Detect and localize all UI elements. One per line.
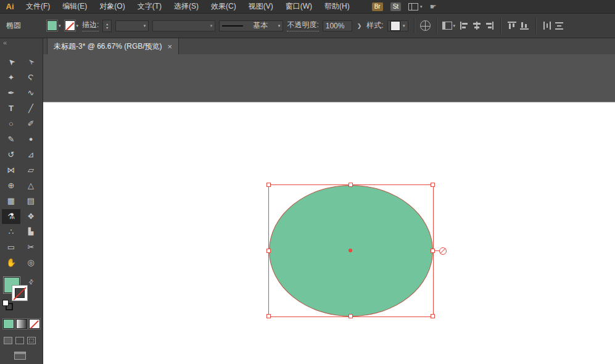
center-point-indicator: [349, 249, 352, 252]
width-icon: ⋈: [7, 166, 15, 174]
symbol-sprayer-tool[interactable]: ∴: [2, 225, 20, 239]
collapse-panel-icon[interactable]: «: [3, 39, 7, 46]
align-top-icon[interactable]: [508, 22, 516, 30]
menu-view[interactable]: 视图(V): [242, 0, 279, 14]
stepper-down-icon[interactable]: ▾: [106, 26, 108, 30]
selection-tool[interactable]: ➤: [2, 55, 20, 70]
shape-builder-tool[interactable]: ⊕: [2, 178, 20, 193]
width-tool[interactable]: ⋈: [2, 163, 20, 178]
align-left-icon[interactable]: [460, 22, 469, 30]
handle-middle-right[interactable]: [431, 249, 435, 253]
ellipse-tool[interactable]: ○: [2, 117, 20, 131]
scale-tool[interactable]: ⊿: [22, 147, 40, 162]
artboard-tool[interactable]: ▭: [2, 240, 20, 255]
illustrator-logo: Ai: [0, 2, 20, 11]
perspective-grid-tool[interactable]: △: [22, 178, 40, 193]
distribute-horizontal-icon[interactable]: [543, 22, 551, 30]
chevron-down-icon: ▾: [420, 4, 423, 9]
lasso-icon: Ϛ: [28, 73, 33, 81]
panel-icon: [442, 22, 452, 30]
menu-type[interactable]: 文字(T): [131, 0, 168, 14]
swap-fill-stroke-icon[interactable]: ⇄: [27, 278, 35, 286]
paintbrush-icon: ✐: [28, 120, 35, 128]
pen-tool[interactable]: ✒: [2, 86, 20, 101]
free-transform-tool[interactable]: ▱: [22, 163, 40, 178]
stroke-weight-dropdown[interactable]: ▾: [115, 20, 149, 31]
slice-tool[interactable]: ✂: [22, 240, 40, 255]
perspective-grid-icon: △: [28, 181, 34, 189]
menu-select[interactable]: 选择(S): [168, 0, 205, 14]
paint-gradient-button[interactable]: [16, 319, 27, 329]
draw-inside-button[interactable]: [27, 337, 36, 344]
hand-tool[interactable]: ✋: [2, 255, 20, 270]
menu-window[interactable]: 窗口(W): [279, 0, 318, 14]
handle-top-left[interactable]: [266, 183, 271, 187]
variable-width-profile-dropdown[interactable]: ▾: [152, 20, 215, 31]
handle-top-middle[interactable]: [349, 183, 353, 187]
default-fill-stroke-button[interactable]: [2, 300, 11, 308]
brush-definition-dropdown[interactable]: 基本 ▾: [219, 20, 283, 31]
opacity-panel-link[interactable]: 不透明度:: [287, 20, 318, 31]
blob-brush-tool[interactable]: ●: [22, 132, 40, 147]
chevron-down-icon: ▾: [144, 23, 146, 28]
free-transform-icon: ▱: [28, 166, 34, 174]
mesh-tool[interactable]: ▦: [2, 194, 20, 209]
graphic-style-dropdown[interactable]: ▾: [387, 20, 408, 31]
divider: [436, 18, 437, 34]
workspace-switcher-button[interactable]: ▾: [408, 3, 423, 10]
ellipse-icon: ○: [9, 120, 14, 128]
direct-selection-tool[interactable]: ➢: [22, 55, 40, 70]
handle-bottom-right[interactable]: [431, 314, 435, 318]
screen-mode-button[interactable]: [14, 352, 26, 360]
align-bottom-icon[interactable]: [520, 22, 529, 30]
magic-wand-tool[interactable]: ✦: [2, 70, 20, 85]
stroke-color-proxy[interactable]: [12, 285, 28, 301]
handle-top-right[interactable]: [431, 183, 435, 187]
stroke-panel-link[interactable]: 描边:: [82, 20, 99, 31]
curvature-tool[interactable]: ∿: [22, 86, 40, 101]
eyedropper-tool[interactable]: ⚗: [2, 209, 20, 224]
handle-bottom-middle[interactable]: [349, 314, 353, 318]
fill-swatch-icon: [47, 20, 57, 31]
zoom-tool[interactable]: ◎: [22, 255, 40, 270]
draw-normal-button[interactable]: [4, 337, 12, 344]
close-icon[interactable]: ×: [168, 43, 173, 51]
rotate-tool[interactable]: ↺: [2, 147, 20, 162]
symbol-sprayer-icon: ∴: [9, 228, 14, 236]
stroke-color-button[interactable]: ▾: [65, 20, 79, 31]
opacity-input[interactable]: 100%: [323, 20, 352, 31]
align-right-icon[interactable]: [485, 22, 493, 30]
document-tab[interactable]: 未标题-3* @ 66.67% (RGB/预览) ×: [47, 38, 179, 54]
hand-icon[interactable]: ☛: [430, 2, 437, 11]
gradient-tool[interactable]: ▤: [22, 194, 40, 209]
recolor-artwork-icon[interactable]: [420, 20, 431, 31]
paint-none-button[interactable]: [29, 319, 40, 329]
align-center-horizontal-icon[interactable]: [473, 22, 481, 30]
reshape-widget-icon[interactable]: [439, 247, 447, 255]
stroke-weight-stepper[interactable]: ▴ ▾: [102, 20, 112, 32]
line-tool[interactable]: ╱: [22, 101, 40, 116]
fill-color-button[interactable]: ▾: [47, 20, 61, 31]
menu-help[interactable]: 帮助(H): [318, 0, 356, 14]
opacity-flyout-arrow[interactable]: ❯: [356, 23, 363, 29]
lasso-tool[interactable]: Ϛ: [22, 70, 40, 85]
menu-effect[interactable]: 效果(C): [205, 0, 242, 14]
pencil-tool[interactable]: ✎: [2, 132, 20, 147]
handle-bottom-left[interactable]: [266, 314, 271, 318]
menu-file[interactable]: 文件(F): [20, 0, 56, 14]
stock-button[interactable]: St: [390, 2, 401, 11]
menu-edit[interactable]: 编辑(E): [56, 0, 93, 14]
paintbrush-tool[interactable]: ✐: [22, 117, 40, 131]
menu-object[interactable]: 对象(O): [93, 0, 131, 14]
paint-color-button[interactable]: [3, 319, 14, 329]
bridge-button[interactable]: Br: [372, 2, 383, 11]
style-label: 样式:: [366, 20, 383, 31]
column-graph-tool[interactable]: ▙: [22, 225, 40, 239]
type-tool[interactable]: T: [2, 101, 20, 116]
handle-middle-left[interactable]: [266, 249, 271, 253]
document-setup-button[interactable]: ▾: [442, 22, 456, 30]
direct-selection-arrow-icon: ➢: [26, 57, 36, 67]
distribute-vertical-icon[interactable]: [555, 22, 564, 30]
blend-tool[interactable]: ❖: [22, 209, 40, 224]
draw-behind-button[interactable]: [15, 337, 24, 344]
